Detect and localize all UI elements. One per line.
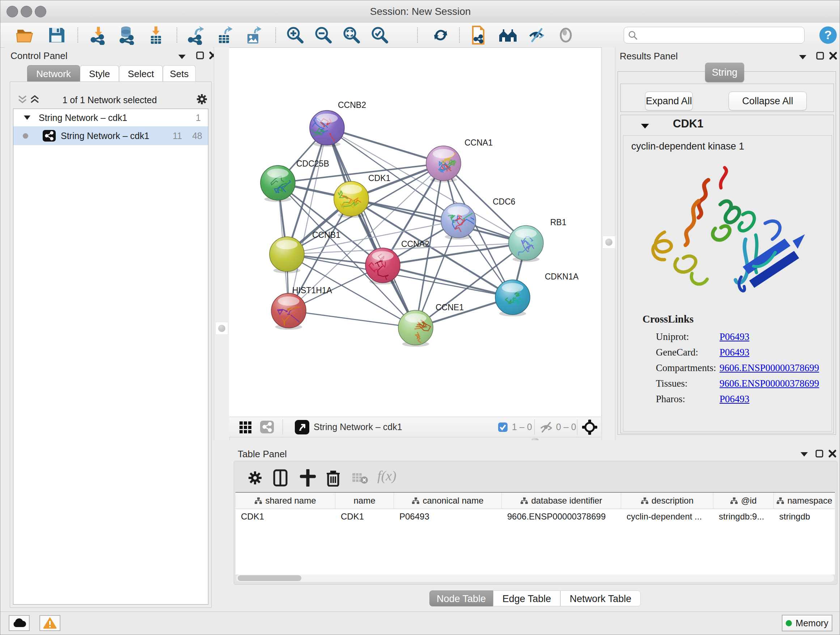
table-cell[interactable]: CDK1 — [235, 509, 335, 524]
export-network-icon[interactable] — [186, 25, 205, 45]
table-settings-gear-icon[interactable] — [247, 470, 263, 486]
search-input[interactable] — [638, 30, 795, 41]
search-field[interactable] — [624, 27, 805, 43]
cloud-button[interactable] — [9, 615, 30, 631]
memory-button[interactable]: Memory — [782, 615, 832, 631]
open-folder-icon[interactable] — [16, 25, 35, 45]
float-panel-icon[interactable] — [178, 54, 186, 60]
tab-network[interactable]: Network — [27, 65, 80, 82]
column-header[interactable]: canonical name — [394, 493, 502, 509]
show-columns-icon[interactable] — [273, 469, 287, 486]
show-all-icon[interactable] — [556, 25, 576, 45]
right-splitter-handle[interactable] — [602, 236, 615, 249]
gene-section-expander-icon[interactable] — [641, 123, 649, 129]
column-header[interactable]: namespace — [774, 493, 835, 509]
crosslink-value-link[interactable]: P06493 — [720, 331, 750, 342]
table-cell[interactable]: P06493 — [394, 509, 502, 524]
zoom-fit-icon[interactable] — [342, 25, 362, 45]
table-cell[interactable]: stringdb:9... — [714, 509, 774, 524]
float-panel-icon[interactable] — [798, 54, 807, 60]
table-cell[interactable]: 9606.ENSP00000378699 — [502, 509, 621, 524]
column-header[interactable]: @id — [714, 493, 774, 509]
column-header[interactable]: description — [621, 493, 714, 509]
export-table-icon[interactable] — [215, 25, 234, 45]
tab-string[interactable]: String — [705, 63, 744, 82]
right-splitter[interactable] — [602, 48, 615, 440]
network-canvas[interactable]: CCNB2CCNA1CDC25BCDK1CDC6RB1CCNB1CCNA2CDK… — [229, 48, 601, 417]
network-node-ccnb1[interactable] — [270, 237, 304, 273]
close-panel-icon[interactable] — [829, 51, 837, 60]
maximize-panel-icon[interactable] — [196, 51, 204, 60]
delete-column-trash-icon[interactable] — [326, 469, 340, 486]
left-splitter-handle[interactable] — [215, 322, 228, 335]
float-panel-icon[interactable] — [800, 451, 808, 457]
zoom-selected-icon[interactable] — [370, 25, 390, 45]
collapse-all-button[interactable]: Collapse All — [729, 92, 807, 111]
birds-eye-toggle-crosshair-icon[interactable] — [582, 420, 597, 435]
network-options-gear-icon[interactable] — [195, 93, 208, 106]
delete-table-icon[interactable] — [352, 472, 369, 485]
string-network-graph[interactable]: CCNB2CCNA1CDC25BCDK1CDC6RB1CCNB1CCNA2CDK… — [229, 48, 601, 417]
network-node-rb1[interactable] — [508, 226, 543, 262]
tab-sets[interactable]: Sets — [163, 65, 196, 82]
zoom-out-icon[interactable] — [314, 25, 333, 45]
hide-selected-icon[interactable] — [527, 25, 546, 45]
network-node-cdc25b[interactable] — [261, 165, 295, 202]
network-node-hist1h1a[interactable] — [271, 293, 306, 330]
selected-nodes-checkbox-icon[interactable] — [498, 423, 508, 432]
crosslink-value-link[interactable]: 9606.ENSP00000378699 — [720, 363, 819, 373]
crosslink-value-link[interactable]: P06493 — [720, 394, 750, 404]
maximize-panel-icon[interactable] — [816, 51, 824, 60]
first-neighbors-icon[interactable] — [498, 25, 518, 45]
table-horizontal-scrollbar[interactable] — [236, 575, 834, 582]
import-network-icon[interactable] — [88, 25, 108, 45]
collapse-all-icon[interactable] — [17, 95, 27, 104]
table-row[interactable]: CDK1 CDK1 P06493 9606.ENSP00000378699 cy… — [235, 509, 835, 524]
tab-select[interactable]: Select — [119, 65, 163, 82]
zoom-in-icon[interactable] — [286, 25, 305, 45]
save-icon[interactable] — [47, 25, 66, 45]
import-database-icon[interactable] — [117, 25, 137, 45]
network-edge-ccnb2-ccna1[interactable] — [327, 128, 444, 163]
refresh-layout-icon[interactable] — [431, 25, 450, 45]
scrollbar-thumb[interactable] — [238, 575, 302, 581]
network-tree-root-row[interactable]: String Network – cdk1 1 — [13, 109, 208, 126]
birds-eye-view-icon[interactable] — [295, 420, 309, 434]
export-image-icon[interactable] — [244, 25, 264, 45]
expand-all-icon[interactable] — [30, 95, 40, 104]
network-node-ccnb2[interactable] — [305, 111, 344, 150]
network-node-cdc6[interactable] — [441, 203, 477, 240]
tab-network-table[interactable]: Network Table — [561, 591, 641, 606]
crosslink-value-link[interactable]: P06493 — [720, 347, 750, 358]
network-edge-ccne1-hist1h1a[interactable] — [289, 310, 416, 328]
column-header[interactable]: shared name — [235, 493, 335, 509]
network-node-ccna1[interactable] — [426, 146, 461, 182]
network-node-ccne1[interactable] — [398, 310, 433, 347]
function-builder-icon[interactable]: f(x) — [377, 468, 396, 484]
tab-edge-table[interactable]: Edge Table — [493, 591, 561, 606]
crosslink-value-link[interactable]: 9606.ENSP00000378699 — [720, 378, 819, 389]
tree-expander-icon[interactable] — [24, 115, 31, 120]
network-node-cdkn1a[interactable] — [495, 280, 530, 317]
tab-style[interactable]: Style — [80, 65, 119, 82]
network-node-cdk1[interactable] — [334, 181, 369, 218]
help-icon[interactable]: ? — [819, 26, 837, 44]
expand-all-button[interactable]: Expand All — [645, 92, 693, 111]
column-header[interactable]: database identifier — [502, 493, 621, 509]
tab-node-table[interactable]: Node Table — [429, 591, 493, 606]
column-header[interactable]: name — [335, 493, 394, 509]
maximize-panel-icon[interactable] — [815, 449, 824, 458]
network-edge-ccnb2-hist1h1a[interactable] — [289, 128, 327, 310]
close-panel-icon[interactable] — [828, 449, 837, 458]
table-cell[interactable]: cyclin-dependent ... — [621, 509, 714, 524]
grid-view-icon[interactable] — [239, 421, 252, 433]
network-tree-child-row[interactable]: String Network – cdk1 11 48 — [13, 126, 208, 145]
network-node-ccna2[interactable] — [365, 248, 400, 285]
import-table-icon[interactable] — [146, 25, 166, 45]
table-cell[interactable]: stringdb — [774, 509, 835, 524]
network-edge-ccnb2-ccne1[interactable] — [327, 128, 416, 328]
network-list-icon[interactable] — [260, 421, 274, 433]
warning-button[interactable] — [39, 615, 60, 631]
table-cell[interactable]: CDK1 — [335, 509, 394, 524]
add-column-icon[interactable] — [300, 469, 316, 486]
